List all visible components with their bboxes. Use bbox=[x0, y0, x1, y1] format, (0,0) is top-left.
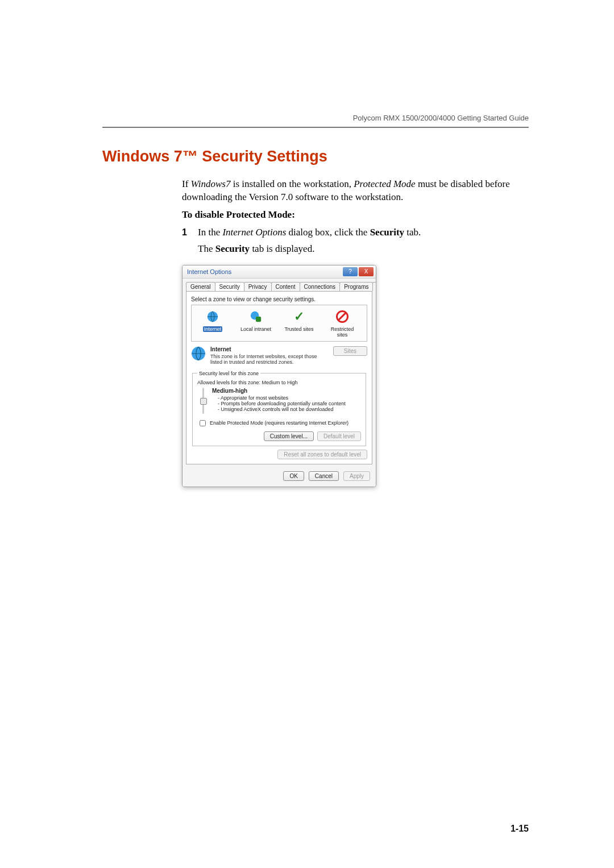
zone-restricted-label: Restricted sites bbox=[331, 326, 354, 338]
globe-shield-icon bbox=[248, 309, 264, 325]
intro-paragraph: If Windows7 is installed on the workstat… bbox=[182, 178, 529, 204]
tab-general[interactable]: General bbox=[186, 282, 215, 291]
step-text: In the Internet Options dialog box, clic… bbox=[198, 226, 529, 239]
level-name: Medium-high bbox=[212, 388, 247, 394]
tab-content[interactable]: Content bbox=[271, 282, 300, 291]
os-name: Windows7 bbox=[191, 178, 231, 189]
svg-rect-2 bbox=[256, 317, 261, 322]
tab-connections[interactable]: Connections bbox=[300, 282, 341, 291]
reset-zones-button[interactable]: Reset all zones to default level bbox=[277, 450, 367, 459]
help-icon: ? bbox=[349, 268, 352, 275]
step-1: 1 In the Internet Options dialog box, cl… bbox=[182, 226, 529, 239]
zone-info-title: Internet bbox=[210, 346, 231, 352]
security-level-group: Security level for this zone Allowed lev… bbox=[192, 371, 366, 446]
help-button[interactable]: ? bbox=[343, 267, 358, 276]
list-item: Prompts before downloading potentially u… bbox=[218, 401, 346, 406]
tab-strip: General Security Privacy Content Connect… bbox=[182, 279, 376, 291]
zone-selector: Internet Local intranet ✓ Trusted sites bbox=[191, 305, 367, 342]
apply-button[interactable]: Apply bbox=[343, 471, 370, 481]
zone-restricted-sites[interactable]: Restricted sites bbox=[326, 309, 359, 338]
cancel-button[interactable]: Cancel bbox=[309, 471, 339, 481]
zone-local-intranet[interactable]: Local intranet bbox=[239, 309, 272, 338]
ok-button[interactable]: OK bbox=[283, 471, 304, 481]
select-zone-label: Select a zone to view or change security… bbox=[191, 296, 367, 302]
custom-level-button[interactable]: Custom level... bbox=[264, 431, 314, 441]
list-item: Appropriate for most websites bbox=[218, 395, 346, 401]
security-tab-panel: Select a zone to view or change security… bbox=[186, 291, 372, 464]
tab-programs[interactable]: Programs bbox=[339, 282, 373, 291]
tab-privacy[interactable]: Privacy bbox=[244, 282, 272, 291]
default-level-button[interactable]: Default level bbox=[317, 431, 361, 441]
level-desc-list: Appropriate for most websites Prompts be… bbox=[212, 395, 346, 412]
protected-mode-label: Enable Protected Mode (requires restarti… bbox=[210, 420, 349, 426]
page-number: 1-15 bbox=[511, 824, 529, 834]
tab-security[interactable]: Security bbox=[215, 282, 244, 291]
protected-mode-term: Protected Mode bbox=[354, 178, 415, 189]
tab-advanced[interactable]: Advanced bbox=[372, 282, 376, 291]
dialog-title: Internet Options bbox=[187, 268, 231, 275]
zone-local-label: Local intranet bbox=[240, 326, 271, 332]
close-button[interactable]: X bbox=[359, 267, 374, 276]
security-level-slider[interactable] bbox=[200, 388, 206, 414]
zone-trusted-sites[interactable]: ✓ Trusted sites bbox=[283, 309, 316, 338]
globe-icon bbox=[191, 346, 206, 361]
zone-internet[interactable]: Internet bbox=[196, 309, 229, 338]
header-rule bbox=[102, 127, 529, 128]
list-item: Unsigned ActiveX controls will not be do… bbox=[218, 406, 346, 412]
disable-heading: To disable Protected Mode: bbox=[182, 209, 529, 222]
globe-icon bbox=[205, 309, 221, 325]
zone-info-desc: This zone is for Internet websites, exce… bbox=[210, 354, 329, 365]
step-number: 1 bbox=[182, 226, 198, 239]
sites-button[interactable]: Sites bbox=[333, 346, 367, 356]
step-subtext: The Security tab is displayed. bbox=[198, 243, 529, 256]
internet-options-dialog: Internet Options ? X General Security Pr… bbox=[182, 265, 376, 487]
security-level-legend: Security level for this zone bbox=[197, 371, 260, 376]
check-icon: ✓ bbox=[291, 309, 307, 325]
protected-mode-checkbox[interactable] bbox=[200, 420, 206, 426]
close-icon: X bbox=[364, 268, 368, 275]
zone-internet-label: Internet bbox=[203, 326, 223, 332]
section-title: Windows 7™ Security Settings bbox=[102, 148, 529, 165]
header-text: Polycom RMX 1500/2000/4000 Getting Start… bbox=[102, 114, 529, 122]
zone-trusted-label: Trusted sites bbox=[284, 326, 313, 332]
prohibited-icon bbox=[334, 309, 350, 325]
allowed-levels-text: Allowed levels for this zone: Medium to … bbox=[197, 380, 361, 385]
